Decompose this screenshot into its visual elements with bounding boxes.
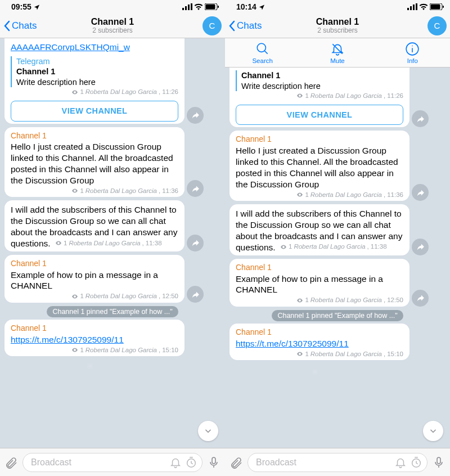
nav-header: Chats Channel 1 2 subscribers C	[225, 14, 450, 38]
message-channel: Channel 1	[11, 259, 178, 269]
preview-link-fragment[interactable]: AAAAAFRCorvpLSKTHQmi_w	[11, 42, 178, 53]
message-bubble[interactable]: Channel 1 https://t.me/c/1307925099/11 1…	[230, 324, 410, 360]
location-arrow-icon	[34, 4, 40, 10]
eye-icon	[280, 244, 287, 250]
channel-avatar[interactable]: C	[428, 16, 447, 35]
attach-icon[interactable]	[230, 456, 243, 469]
message-bubble[interactable]: Channel 1 Example of how to pin a messag…	[4, 255, 184, 303]
view-channel-button[interactable]: VIEW CHANNEL	[11, 101, 178, 122]
share-button[interactable]	[187, 107, 204, 124]
timer-icon[interactable]	[410, 456, 422, 469]
mic-icon[interactable]	[432, 456, 446, 469]
message-input[interactable]: Broadcast	[248, 453, 428, 472]
preview-name: Channel 1	[16, 66, 178, 77]
share-button[interactable]	[187, 180, 204, 197]
channel-avatar[interactable]: C	[202, 16, 222, 35]
search-icon	[255, 42, 270, 56]
message-input[interactable]: Broadcast	[22, 453, 202, 472]
message-bubble[interactable]: Channel 1 Example of how to pin a messag…	[230, 259, 410, 307]
view-channel-button[interactable]: VIEW CHANNEL	[236, 105, 403, 125]
battery-icon	[430, 3, 444, 10]
battery-icon	[205, 3, 219, 10]
eye-icon	[71, 89, 78, 96]
cellular-icon	[407, 3, 417, 10]
message-channel: Channel 1	[236, 134, 403, 145]
share-button[interactable]	[412, 110, 429, 127]
eye-icon	[296, 351, 303, 357]
chevron-left-icon	[228, 20, 235, 32]
timer-icon[interactable]	[185, 456, 197, 469]
back-label: Chats	[12, 20, 37, 32]
input-placeholder: Broadcast	[256, 457, 391, 468]
wifi-icon	[194, 3, 203, 10]
scroll-down-button[interactable]	[198, 421, 218, 441]
svg-rect-8	[212, 457, 215, 464]
input-bar: Broadcast	[0, 448, 225, 476]
share-button[interactable]	[187, 286, 204, 303]
action-mute[interactable]: Mute	[312, 42, 363, 64]
svg-rect-15	[443, 6, 444, 8]
wifi-icon	[419, 3, 428, 10]
message-bubble[interactable]: I will add the subscribers of this Chann…	[230, 204, 410, 255]
message-bubble[interactable]: I will add the subscribers of this Chann…	[4, 200, 184, 251]
service-message[interactable]: Channel 1 pinned "Example of how ..."	[230, 310, 446, 320]
screen-left: 09:55 Chats Channel 1 2 subscribers C AA…	[0, 0, 225, 476]
svg-rect-9	[407, 8, 409, 10]
info-icon	[405, 42, 420, 56]
svg-rect-19	[437, 457, 440, 464]
share-button[interactable]	[412, 290, 429, 307]
back-label: Chats	[237, 20, 262, 32]
message-text: Example of how to pin a message in a CHA…	[11, 270, 158, 291]
message-link[interactable]: https://t.me/c/1307925099/11	[11, 335, 124, 344]
mic-icon[interactable]	[207, 456, 220, 469]
nav-header: Chats Channel 1 2 subscribers C	[0, 14, 225, 38]
eye-icon	[71, 293, 78, 300]
back-button[interactable]: Chats	[228, 20, 262, 32]
eye-icon	[296, 92, 303, 99]
service-message[interactable]: Channel 1 pinned "Example of how ..."	[4, 306, 220, 316]
svg-rect-11	[413, 5, 415, 10]
back-button[interactable]: Chats	[3, 20, 37, 32]
svg-rect-12	[416, 3, 417, 10]
attach-icon[interactable]	[4, 456, 18, 469]
link-preview-bubble[interactable]: AAAAAFRCorvpLSKTHQmi_w Telegram Channel …	[4, 38, 184, 124]
message-channel: Channel 1	[11, 324, 178, 334]
share-button[interactable]	[412, 184, 429, 201]
message-text: Hello I just created a Discussion Group …	[11, 142, 173, 185]
screen-right: 10:14 Chats Channel 1 2 subscribers C Se…	[225, 0, 450, 476]
message-channel: Channel 1	[236, 327, 403, 338]
svg-point-16	[257, 43, 266, 52]
status-bar: 09:55	[0, 0, 225, 14]
input-bar: Broadcast	[225, 448, 450, 476]
message-channel: Channel 1	[236, 263, 403, 273]
svg-rect-6	[218, 6, 219, 8]
svg-rect-5	[206, 5, 215, 10]
chat-area[interactable]: AAAAAFRCorvpLSKTHQmi_w Telegram Channel …	[0, 38, 225, 448]
eye-icon	[71, 347, 78, 353]
message-bubble[interactable]: Channel 1 Hello I just created a Discuss…	[230, 131, 410, 201]
input-placeholder: Broadcast	[31, 457, 166, 468]
eye-icon	[71, 187, 78, 194]
bell-icon[interactable]	[394, 456, 407, 469]
link-preview-bubble[interactable]: Channel 1 Write description here 1Robert…	[230, 68, 410, 127]
message-text: Hello I just created a Discussion Group …	[236, 146, 398, 188]
eye-icon	[296, 297, 303, 304]
svg-rect-10	[410, 6, 412, 10]
preview-desc: Write description here	[241, 81, 403, 92]
svg-rect-1	[185, 6, 187, 10]
share-button[interactable]	[412, 239, 429, 255]
message-text: Example of how to pin a message in a CHA…	[236, 274, 383, 295]
message-bubble[interactable]: Channel 1 https://t.me/c/1307925099/11 1…	[4, 320, 184, 356]
message-link[interactable]: https://t.me/c/1307925099/11	[236, 339, 349, 348]
action-info[interactable]: Info	[387, 42, 438, 64]
action-search[interactable]: Search	[237, 42, 288, 64]
eye-icon	[55, 240, 62, 246]
share-button[interactable]	[187, 235, 204, 252]
message-bubble[interactable]: Channel 1 Hello I just created a Discuss…	[4, 127, 184, 197]
status-bar: 10:14	[225, 0, 450, 14]
chat-area[interactable]: Channel 1 Write description here 1Robert…	[225, 68, 450, 448]
preview-name: Channel 1	[241, 70, 403, 81]
bell-icon[interactable]	[169, 456, 182, 469]
scroll-down-button[interactable]	[423, 421, 443, 441]
status-time: 10:14	[236, 2, 256, 11]
